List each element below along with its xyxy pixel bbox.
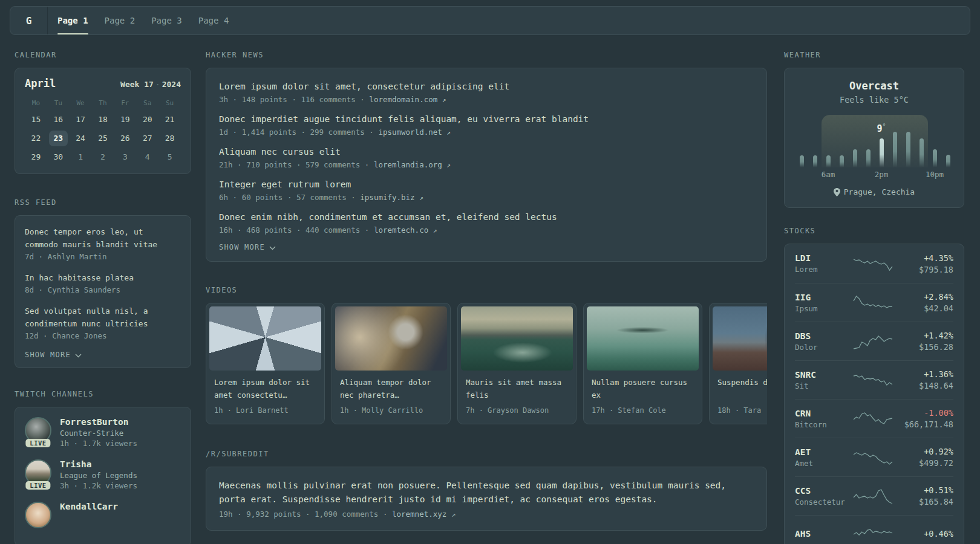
separator-dot: · <box>154 80 162 89</box>
video-info: Mauris sit amet massa felis 7h · Grayson… <box>461 371 573 421</box>
channel-name[interactable]: Trisha <box>60 459 137 469</box>
weather-location[interactable]: Prague, Czechia <box>785 187 964 196</box>
hn-post-title[interactable]: Donec imperdiet augue tincidunt felis al… <box>219 112 754 126</box>
video-card[interactable]: Suspendis diam 18h · Tara <box>709 303 767 424</box>
video-card[interactable]: Lorem ipsum dolor sit amet consectetu… 1… <box>206 303 325 424</box>
rss-show-more-button[interactable]: SHOW MORE <box>25 351 181 359</box>
video-thumbnail[interactable] <box>587 306 699 371</box>
calendar-weekday-label: Mo <box>25 98 47 109</box>
list-item: LIVE ForrestBurton Counter-Strike 1h · 1… <box>25 417 181 448</box>
table-row: AETAmet+0.92%$499.72 <box>795 438 953 476</box>
video-meta: 7h · Grayson Dawson <box>466 406 568 415</box>
hn-post-title[interactable]: Lorem ipsum dolor sit amet, consectetur … <box>219 80 754 93</box>
weather-bar <box>800 155 804 167</box>
chevron-down-icon <box>75 354 82 358</box>
calendar-month: April <box>25 77 56 89</box>
video-title[interactable]: Lorem ipsum dolor sit amet consectetu… <box>214 376 316 401</box>
stock-change-percent: +1.36% <box>893 369 953 379</box>
hn-post-title[interactable]: Donec enim nibh, condimentum et accumsan… <box>219 210 754 224</box>
list-item: Aliquam nec cursus elit 21h · 710 points… <box>219 145 754 169</box>
calendar-section-title: CALENDAR <box>15 51 191 59</box>
reddit-domain-link[interactable]: loremnet.xyz <box>392 510 446 519</box>
video-thumbnail[interactable] <box>335 306 447 371</box>
weather-bar <box>853 149 857 167</box>
calendar-day: 29 <box>27 149 45 165</box>
video-title[interactable]: Suspendis diam <box>717 376 767 401</box>
weather-widget: Overcast Feels like 5°C 9° 6am2pm10pm Pr… <box>784 68 964 208</box>
stock-symbol[interactable]: CRN <box>795 409 853 418</box>
stock-symbol[interactable]: LDI <box>795 253 853 263</box>
live-badge: LIVE <box>25 439 50 447</box>
stock-price: $156.28 <box>893 342 953 352</box>
stock-symbol[interactable]: CCS <box>795 486 853 496</box>
stock-price: $165.84 <box>893 497 953 507</box>
hn-domain-link[interactable]: loremtech.co <box>374 225 428 235</box>
hn-domain-link[interactable]: ipsumworld.net <box>378 128 442 137</box>
channel-game[interactable]: League of Legends <box>60 471 137 480</box>
stock-price: $66,171.48 <box>893 419 953 429</box>
tab-page-1[interactable]: Page 1 <box>57 7 88 34</box>
video-meta: 18h · Tara <box>717 406 767 415</box>
rss-section-title: RSS FEED <box>15 198 191 207</box>
stock-symbol[interactable]: IIG <box>795 293 853 302</box>
calendar-day: 20 <box>138 112 157 128</box>
video-card[interactable]: Nullam posuere cursus ex 17h · Stefan Co… <box>583 303 702 424</box>
rss-item-title[interactable]: Sed volutpat nulla nisl, a condimentum n… <box>25 305 181 330</box>
tab-page-2[interactable]: Page 2 <box>105 7 136 34</box>
video-title[interactable]: Nullam posuere cursus ex <box>592 376 694 401</box>
weather-bar-current <box>880 138 884 167</box>
stock-sparkline-chart <box>853 449 893 466</box>
external-link-icon: ↗ <box>442 96 446 104</box>
video-title[interactable]: Aliquam tempor dolor nec pharetra… <box>340 376 442 401</box>
stock-name: Ipsum <box>795 304 853 313</box>
calendar-day: 24 <box>71 131 90 146</box>
stock-price: $148.64 <box>893 381 953 390</box>
calendar-day: 16 <box>49 112 68 128</box>
stock-symbol[interactable]: DBS <box>795 331 853 341</box>
hn-domain-link[interactable]: ipsumify.biz <box>360 193 414 202</box>
calendar-day: 28 <box>160 131 179 146</box>
hn-meta-stats: 21h · 710 points · 579 comments · <box>219 160 369 169</box>
stock-sparkline-chart <box>853 333 893 350</box>
hn-domain-link[interactable]: loremdomain.com <box>369 95 437 104</box>
weather-bar <box>813 155 817 167</box>
tab-page-4[interactable]: Page 4 <box>198 7 229 34</box>
video-title[interactable]: Mauris sit amet massa felis <box>466 376 568 401</box>
tab-page-3[interactable]: Page 3 <box>151 7 182 34</box>
video-thumbnail[interactable] <box>713 306 767 371</box>
stock-name: Consectetur <box>795 497 853 507</box>
rss-item-meta: 12d · Chance Jones <box>25 331 181 340</box>
video-card[interactable]: Mauris sit amet massa felis 7h · Grayson… <box>457 303 577 424</box>
table-row: LDILorem+4.35%$795.18 <box>795 244 953 283</box>
hn-post-title[interactable]: Integer eget rutrum lorem <box>219 178 754 191</box>
stock-symbol[interactable]: AET <box>795 447 853 457</box>
video-thumbnail[interactable] <box>209 306 321 371</box>
rss-item-title[interactable]: In hac habitasse platea <box>25 271 181 284</box>
hn-show-more-button[interactable]: SHOW MORE <box>219 243 754 251</box>
reddit-post-title[interactable]: Maecenas mollis pulvinar erat non posuer… <box>219 479 751 507</box>
stock-symbol[interactable]: SNRC <box>795 370 853 380</box>
show-more-label: SHOW MORE <box>219 243 265 251</box>
rss-item-title[interactable]: Donec tempor eros leo, ut commodo mauris… <box>25 225 181 251</box>
hn-post-meta: 3h · 148 points · 116 comments · loremdo… <box>219 95 754 104</box>
video-card[interactable]: Aliquam tempor dolor nec pharetra… 1h · … <box>332 303 451 424</box>
stock-symbol[interactable]: AHS <box>795 529 853 539</box>
hn-post-meta: 1d · 1,414 points · 299 comments · ipsum… <box>219 128 754 137</box>
hn-post-title[interactable]: Aliquam nec cursus elit <box>219 145 754 158</box>
app-logo[interactable]: G <box>10 7 48 34</box>
calendar-day: 27 <box>138 131 157 146</box>
stock-change-percent: +2.84% <box>893 292 953 302</box>
weather-bar <box>893 132 897 167</box>
hn-domain-link[interactable]: loremlandia.org <box>374 160 442 169</box>
channel-name[interactable]: ForrestBurton <box>60 417 137 427</box>
video-thumbnail[interactable] <box>461 306 573 371</box>
weather-bar <box>920 138 924 167</box>
channel-name[interactable]: KendallCarr <box>60 502 118 511</box>
external-link-icon: ↗ <box>419 194 423 202</box>
external-link-icon: ↗ <box>451 510 456 519</box>
channel-avatar-image[interactable] <box>25 502 51 528</box>
avatar: LIVE <box>25 417 51 444</box>
middle-column: HACKER NEWS Lorem ipsum dolor sit amet, … <box>206 51 767 531</box>
channel-game[interactable]: Counter-Strike <box>60 429 137 438</box>
external-link-icon: ↗ <box>446 161 451 169</box>
